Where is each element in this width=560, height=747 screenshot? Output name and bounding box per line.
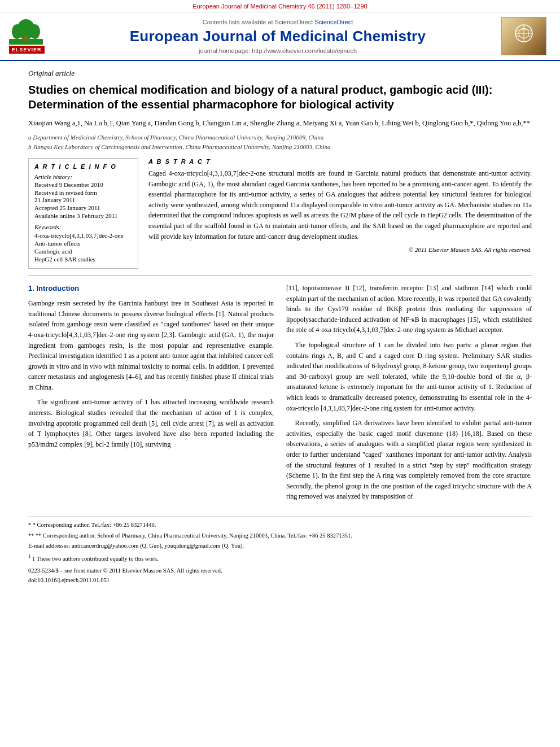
affiliations: a Department of Medicinal Chemistry, Sch…: [28, 133, 532, 151]
footnote-1: * Corresponding author. Tel./fax: +86 25…: [33, 522, 156, 528]
keywords-label: Keywords:: [34, 224, 132, 230]
journal-header-center: Contents lists available at ScienceDirec…: [54, 19, 501, 54]
section1-para5: Recently, simplified GA derivatives have…: [286, 418, 532, 502]
affiliation-b: b Jiangsu Key Laboratory of Carcinogenes…: [28, 142, 532, 152]
article-info-heading: A R T I C L E I N F O: [34, 163, 132, 170]
section1-heading: 1. Introduction: [28, 283, 274, 294]
keyword-1: 4-oxa-tricyclo[4,3,1,03,7]dec-2-one: [34, 232, 132, 239]
journal-header: ELSEVIER Contents lists available at Sci…: [0, 12, 560, 61]
revised-date: 21 January 2011: [34, 196, 132, 203]
elsevier-brand: ELSEVIER: [9, 46, 45, 54]
cover-graphic-icon: [507, 21, 541, 52]
section-divider: [28, 276, 532, 276]
abstract-text: Caged 4-oxa-tricyclo[4,3,1,03,7]dec-2-on…: [148, 168, 532, 242]
footnote-sup-1: 1: [28, 553, 30, 559]
footnotes: * * Corresponding author. Tel./fax: +86 …: [28, 517, 532, 586]
doi-line: doi:10.1016/j.ejmech.2011.01.051: [28, 576, 532, 586]
received-date: Received 9 December 2010: [34, 181, 132, 188]
abstract-copyright: © 2011 Elsevier Masson SAS. All rights r…: [148, 246, 532, 253]
svg-rect-4: [24, 36, 28, 41]
article-info-box: A R T I C L E I N F O Article history: R…: [28, 158, 138, 269]
abstract-box: A B S T R A C T Caged 4-oxa-tricyclo[4,3…: [148, 158, 532, 269]
revised-label: Received in revised form: [34, 189, 132, 196]
journal-homepage: journal homepage: http://www.elsevier.co…: [54, 47, 501, 54]
footnote-2-line: ** ** Corresponding author. School of Ph…: [28, 531, 532, 541]
keyword-4: HepG2 cell SAR studies: [34, 256, 132, 263]
footnote-3: E-mail addresses: anticancerdrug@yahoo.c…: [28, 543, 244, 549]
sciencedirect-notice: Contents lists available at ScienceDirec…: [54, 19, 501, 25]
journal-cover-image: [501, 17, 551, 55]
body-columns: 1. Introduction Gamboge resin secreted b…: [28, 283, 532, 506]
issn-line: 0223-5234/$ – see front matter © 2011 El…: [28, 566, 532, 576]
section1-para4: The topological structure of 1 can be di…: [286, 340, 532, 413]
journal-title: European Journal of Medicinal Chemistry: [54, 28, 501, 45]
footnote-2: ** Corresponding author. School of Pharm…: [36, 532, 352, 539]
svg-point-3: [30, 24, 40, 39]
footnote-equal-contrib: 1 1 These two authors contributed equall…: [28, 552, 532, 563]
authors-line: Xiaojian Wang a,1, Na Lu b,1, Qian Yang …: [28, 117, 532, 129]
body-left-col: 1. Introduction Gamboge resin secreted b…: [28, 283, 274, 506]
top-bar: European Journal of Medicinal Chemistry …: [0, 0, 560, 12]
section1-para3: [11], topoisomerase II [12], transferrin…: [286, 283, 532, 335]
info-abstract-row: A R T I C L E I N F O Article history: R…: [28, 158, 532, 269]
article-type: Original article: [28, 69, 532, 78]
footnote-corresponding-label: * * Corresponding author. Tel./fax: +86 …: [28, 521, 532, 530]
footnote-email-line: E-mail addresses: anticancerdrug@yahoo.c…: [28, 541, 532, 551]
elsevier-logo: ELSEVIER: [9, 19, 54, 54]
svg-point-2: [12, 24, 22, 39]
accepted-date: Accepted 25 January 2011: [34, 204, 132, 211]
double-asterisk-icon: **: [28, 532, 34, 539]
available-date: Available online 3 February 2011: [34, 212, 132, 219]
history-label: Article history:: [34, 173, 132, 180]
keyword-2: Anti-tumor effects: [34, 240, 132, 247]
footnote-4: 1 These two authors contributed equally …: [32, 556, 159, 562]
keyword-3: Gambogic acid: [34, 248, 132, 255]
section1-para2: The significant anti-tumor activity of 1…: [28, 397, 274, 449]
sciencedirect-link[interactable]: ScienceDirect: [314, 19, 353, 25]
journal-citation: European Journal of Medicinal Chemistry …: [193, 3, 367, 10]
body-right-col: [11], topoisomerase II [12], transferrin…: [286, 283, 532, 506]
affiliation-a: a Department of Medicinal Chemistry, Sch…: [28, 133, 532, 142]
section1-para1: Gamboge resin secreted by the Garcinia h…: [28, 298, 274, 392]
asterisk-icon: *: [28, 522, 31, 528]
elsevier-tree-icon: [9, 19, 43, 45]
abstract-heading: A B S T R A C T: [148, 158, 532, 165]
main-content: Original article Studies on chemical mod…: [0, 61, 560, 591]
article-title: Studies on chemical modification and bio…: [28, 82, 532, 112]
author-list: Xiaojian Wang a,1, Na Lu b,1, Qian Yang …: [28, 119, 530, 127]
